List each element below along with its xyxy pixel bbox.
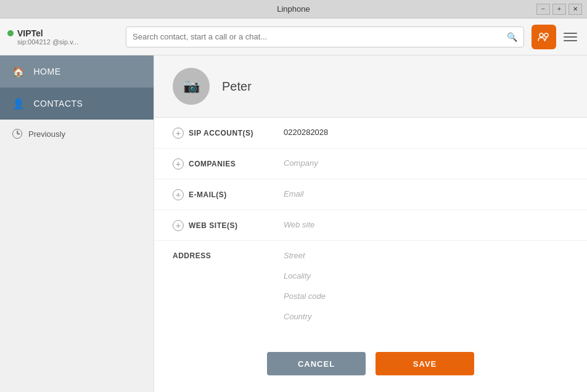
postal-input[interactable]: [284, 290, 569, 302]
cancel-button[interactable]: CANCEL: [267, 352, 366, 375]
contacts-label: CONTACTS: [34, 99, 83, 108]
hamburger-menu-button[interactable]: [561, 28, 580, 46]
titlebar: Linphone − + ✕: [0, 0, 587, 18]
save-button[interactable]: SAVE: [376, 352, 474, 375]
sidebar: 🏠 HOME 👤 CONTACTS Previously: [0, 55, 154, 392]
menu-line-3: [564, 40, 577, 41]
maximize-button[interactable]: +: [552, 4, 566, 15]
status-indicator: [7, 30, 14, 36]
sip-input[interactable]: [284, 126, 569, 138]
sidebar-item-home[interactable]: 🏠 HOME: [0, 55, 154, 88]
email-input[interactable]: [284, 188, 569, 200]
website-label-area: + WEB SITE(S): [173, 219, 284, 231]
avatar[interactable]: 📷: [173, 68, 210, 105]
home-label: HOME: [34, 67, 61, 76]
app-container: VIPTel sip:004212 @sip.v... 🔍: [0, 18, 587, 392]
address-fields: [284, 250, 569, 322]
email-label-area: + E-MAIL(S): [173, 188, 284, 200]
user-sip-address: sip:004212 @sip.v...: [7, 38, 118, 46]
svg-point-1: [544, 33, 548, 37]
companies-label: COMPANIES: [189, 160, 236, 168]
address-label: ADDRESS: [173, 251, 211, 260]
app-title: Linphone: [277, 4, 310, 14]
address-label-area: ADDRESS: [173, 250, 284, 260]
user-display-name: VIPTel: [17, 28, 43, 38]
email-label: E-MAIL(S): [189, 190, 227, 199]
minimize-button[interactable]: −: [536, 4, 550, 15]
website-input[interactable]: [284, 219, 569, 231]
search-icon: 🔍: [507, 32, 517, 42]
sip-label-area: + SIP ACCOUNT(S): [173, 126, 284, 139]
companies-label-area: + COMPANIES: [173, 157, 284, 169]
sip-field-row: + SIP ACCOUNT(S): [154, 118, 587, 149]
sip-add-button[interactable]: +: [173, 128, 184, 139]
home-icon: 🏠: [12, 66, 25, 78]
contacts-icon-button[interactable]: [532, 25, 556, 49]
address-field-row: ADDRESS: [154, 241, 587, 340]
topbar-actions: [532, 25, 580, 49]
search-bar: 🔍: [126, 27, 524, 47]
form-section: + SIP ACCOUNT(S) + COMPANIES +: [154, 118, 587, 392]
website-field-row: + WEB SITE(S): [154, 210, 587, 241]
contacts-nav-icon: 👤: [12, 98, 25, 110]
camera-icon: 📷: [183, 78, 200, 94]
sidebar-item-contacts[interactable]: 👤 CONTACTS: [0, 88, 154, 120]
window-controls: − + ✕: [536, 4, 582, 15]
topbar: VIPTel sip:004212 @sip.v... 🔍: [0, 18, 587, 55]
sip-label: SIP ACCOUNT(S): [189, 129, 253, 137]
previously-label: Previously: [28, 129, 65, 139]
website-add-button[interactable]: +: [173, 220, 184, 231]
main-content: 📷 + SIP ACCOUNT(S) +: [154, 55, 587, 392]
search-input[interactable]: [133, 32, 503, 41]
close-button[interactable]: ✕: [569, 4, 582, 15]
locality-input[interactable]: [284, 270, 569, 282]
contact-header: 📷: [154, 55, 587, 118]
body: 🏠 HOME 👤 CONTACTS Previously 📷: [0, 55, 587, 392]
menu-line-2: [564, 36, 577, 38]
website-label: WEB SITE(S): [189, 221, 238, 230]
street-input[interactable]: [284, 250, 569, 261]
sidebar-item-previously[interactable]: Previously: [0, 120, 154, 148]
companies-field-row: + COMPANIES: [154, 149, 587, 179]
user-info: VIPTel sip:004212 @sip.v...: [7, 28, 118, 46]
country-input[interactable]: [284, 311, 569, 322]
email-field-row: + E-MAIL(S): [154, 179, 587, 210]
clock-icon: [12, 129, 22, 139]
menu-line-1: [564, 33, 577, 34]
user-name-container: VIPTel: [7, 28, 118, 38]
contact-name-input[interactable]: [222, 80, 378, 94]
button-row: CANCEL SAVE: [154, 340, 587, 392]
companies-add-button[interactable]: +: [173, 158, 184, 169]
email-add-button[interactable]: +: [173, 189, 184, 200]
companies-input[interactable]: [284, 157, 569, 169]
svg-point-0: [540, 33, 543, 37]
